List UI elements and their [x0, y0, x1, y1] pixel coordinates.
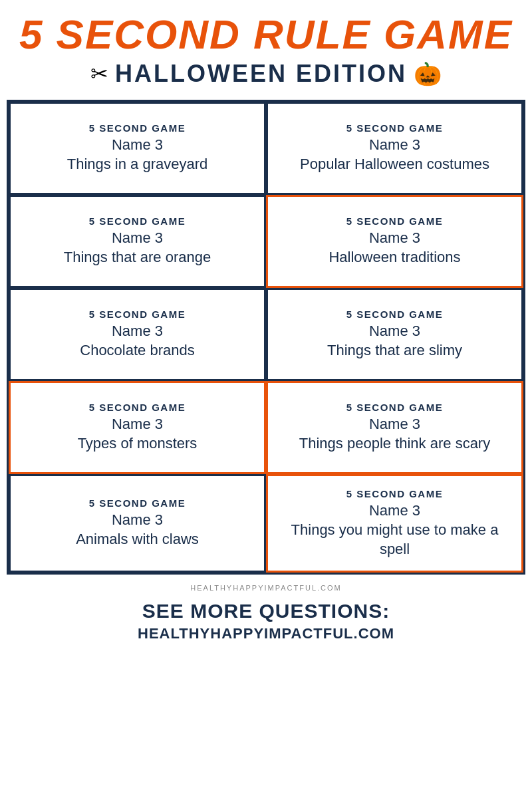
game-card-1: 5 SECOND GAMEName 3Things in a graveyard	[9, 102, 266, 195]
card-prompt: Types of monsters	[78, 434, 198, 454]
subtitle-row: ✂ Halloween Edition 🎃	[7, 60, 525, 88]
card-label: 5 SECOND GAME	[346, 488, 443, 499]
card-label: 5 SECOND GAME	[346, 122, 443, 134]
card-label: 5 SECOND GAME	[346, 402, 443, 413]
see-more-label: SEE MORE QUESTIONS:	[142, 600, 390, 622]
card-label: 5 SECOND GAME	[89, 402, 186, 413]
card-name: Name 3	[112, 323, 163, 340]
card-name: Name 3	[112, 511, 163, 529]
game-card-2: 5 SECOND GAMEName 3Popular Halloween cos…	[266, 102, 523, 195]
card-name: Name 3	[112, 416, 163, 433]
card-label: 5 SECOND GAME	[89, 215, 186, 227]
card-prompt: Things you might use to make a spell	[277, 521, 512, 559]
game-card-5: 5 SECOND GAMEName 3Chocolate brands	[9, 288, 266, 381]
footer-url-large: HEALTHYHAPPYIMPACTFUL.COM	[138, 625, 394, 642]
game-card-4: 5 SECOND GAMEName 3Halloween traditions	[266, 195, 523, 288]
header: 5 Second Rule Game ✂ Halloween Edition 🎃	[0, 0, 532, 92]
card-name: Name 3	[369, 323, 420, 340]
footer-url-small: HEALTHYHAPPYIMPACTFUL.COM	[190, 584, 341, 592]
scissors-icon: ✂	[90, 61, 108, 86]
pumpkin-icon: 🎃	[414, 61, 442, 87]
card-prompt: Animals with claws	[76, 530, 199, 549]
card-prompt: Chocolate brands	[80, 341, 194, 360]
card-prompt: Halloween traditions	[329, 248, 460, 267]
card-label: 5 SECOND GAME	[89, 497, 186, 509]
card-name: Name 3	[369, 136, 420, 154]
card-name: Name 3	[369, 229, 420, 247]
card-name: Name 3	[112, 136, 163, 154]
card-prompt: Things that are orange	[64, 248, 211, 267]
card-label: 5 SECOND GAME	[89, 309, 186, 320]
game-card-9: 5 SECOND GAMEName 3Animals with claws	[9, 474, 266, 573]
card-label: 5 SECOND GAME	[346, 215, 443, 227]
subtitle: Halloween Edition	[115, 60, 407, 88]
card-name: Name 3	[112, 229, 163, 247]
card-label: 5 SECOND GAME	[346, 309, 443, 320]
card-label: 5 SECOND GAME	[89, 122, 186, 134]
game-card-8: 5 SECOND GAMEName 3Things people think a…	[266, 381, 523, 474]
game-card-6: 5 SECOND GAMEName 3Things that are slimy	[266, 288, 523, 381]
card-name: Name 3	[369, 502, 420, 519]
footer-divider: HEALTHYHAPPYIMPACTFUL.COM	[7, 581, 525, 593]
game-card-7: 5 SECOND GAMEName 3Types of monsters	[9, 381, 266, 474]
card-prompt: Things that are slimy	[327, 341, 462, 360]
card-prompt: Things in a graveyard	[67, 155, 208, 174]
card-name: Name 3	[369, 416, 420, 433]
game-card-3: 5 SECOND GAMEName 3Things that are orang…	[9, 195, 266, 288]
card-prompt: Popular Halloween costumes	[300, 155, 489, 174]
game-card-10: 5 SECOND GAMEName 3Things you might use …	[266, 474, 523, 573]
cards-grid: 5 SECOND GAMEName 3Things in a graveyard…	[7, 100, 525, 575]
main-title: 5 Second Rule Game	[7, 12, 525, 57]
card-prompt: Things people think are scary	[299, 434, 490, 454]
